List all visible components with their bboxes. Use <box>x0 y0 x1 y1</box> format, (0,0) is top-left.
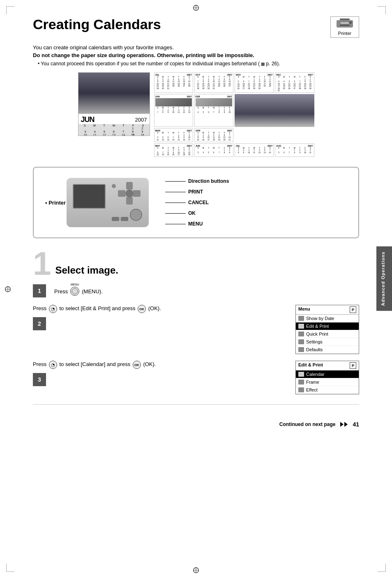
dpad-down[interactable] <box>126 197 133 205</box>
step1-sub2-content-wrap: Press ◔ to select [Edit & Print] and pre… <box>33 305 287 330</box>
ok-icon[interactable]: OK <box>138 305 146 313</box>
menu-item-editprint[interactable]: Edit & Print <box>296 322 359 330</box>
dpad-container <box>118 182 141 205</box>
cal-small-may: MAY2007 SMTWTFS 12345 6789101112 1314151… <box>154 143 193 157</box>
sidebar-label: Advanced Operations <box>376 246 392 311</box>
arrow-1 <box>340 422 344 427</box>
step1-sub2-badge: 2 <box>33 317 46 330</box>
step1-sub2: Press ◔ to select [Edit & Print] and pre… <box>33 305 359 354</box>
menu-title-2: Edit & Print <box>298 362 323 369</box>
reg-mark-left <box>4 286 12 293</box>
btn-cancel[interactable] <box>112 217 119 221</box>
edit-icon <box>298 324 304 329</box>
cal-small-feb: FEB2007 SMTWTFS 123 45678910 <box>194 94 233 127</box>
label-menu-text: MENU <box>188 221 203 227</box>
step1-sub3-text: Press ◔ to select [Calendar] and press O… <box>33 361 287 369</box>
step1-number: 1 <box>33 250 51 278</box>
cal-small-nov: NOV2007 SMTWTFS 1234 567891011 121314151… <box>235 72 274 93</box>
menu-button-icon[interactable] <box>70 287 79 296</box>
calendar-select-text: to select [Calendar] and press <box>59 361 131 367</box>
line-ok <box>165 213 186 214</box>
line-cancel <box>165 203 186 203</box>
print-icon <box>298 332 304 336</box>
label-menu: MENU <box>165 221 350 227</box>
page: Advanced Operations Creating Calendars P… <box>0 0 392 578</box>
intro-bold: Do not change the paper size during oper… <box>33 52 359 58</box>
calendar-main: JUN 2007 S M T W T F S 12 3456789 101112… <box>78 72 150 136</box>
menu-button-wrap: MENU <box>69 287 80 296</box>
menu-superscript: MENU <box>71 283 79 286</box>
device-labels-container: Direction buttons PRINT CANCEL OK MENU <box>165 178 350 227</box>
continued-text: Continued on next page <box>279 421 336 427</box>
menu-item-effect[interactable]: Effect <box>296 386 359 394</box>
line-print <box>165 192 186 192</box>
calendar-year: 2007 <box>135 117 147 123</box>
menu-item-quickprint[interactable]: Quick Print <box>296 330 359 338</box>
footer-divider <box>33 404 359 405</box>
label-cancel-text: CANCEL <box>188 200 209 205</box>
menu-screenshot-1: Menu P Show by Date Edit & Print Quick P… <box>295 305 359 354</box>
dpad-right[interactable] <box>133 190 141 197</box>
frame-menu-icon <box>298 380 304 385</box>
cal-small-jan: JAN2007 SMTWTFS 123456 78910111213 <box>154 94 193 127</box>
cal-small-mar: MAR2007 SMTWTFS 123 45678910 11121314151… <box>154 128 193 142</box>
svg-rect-15 <box>341 23 349 23</box>
calendar-main-header: JUN 2007 <box>78 114 150 124</box>
page-number: 41 <box>353 421 359 428</box>
reg-mark-top <box>192 4 200 12</box>
power-button[interactable] <box>112 184 116 188</box>
cal-apr-spacer <box>235 128 314 142</box>
reg-mark-bottom <box>192 566 200 574</box>
menu-item-defaults[interactable]: Defaults <box>296 346 359 354</box>
step1-container: 1 Select image. 1 Press MENU <box>33 250 359 394</box>
step1-sub3-content-wrap: Press ◔ to select [Calendar] and press O… <box>33 361 287 386</box>
cal-menu-icon <box>298 372 304 377</box>
device-image-container <box>67 176 153 229</box>
svg-rect-12 <box>340 18 350 20</box>
label-direction-text: Direction buttons <box>188 178 229 184</box>
cal-small-apr: APR2007 SMTWTFS 1234567 891011121314 151… <box>194 128 233 142</box>
intro-ref-text: p. 26). <box>266 61 280 67</box>
ok-text-2: (OK). <box>143 361 156 367</box>
printer-label: Printer <box>338 31 351 36</box>
device-printer-label: • Printer <box>45 200 66 206</box>
corner-mark-br <box>378 564 386 572</box>
cal-jan-image <box>155 98 192 106</box>
menu-p-icon-2: P <box>350 362 356 369</box>
svg-point-16 <box>349 21 352 24</box>
dpad-left[interactable] <box>118 190 125 197</box>
intro-bullet: • You cannot proceed this operation if y… <box>33 61 359 67</box>
intro-ref-icon: ▩ <box>261 62 265 66</box>
dial-icon[interactable]: ◔ <box>49 305 57 313</box>
printer-svg-icon <box>335 18 355 31</box>
ok-icon-2[interactable]: OK <box>133 361 141 369</box>
cal-center-image <box>235 94 314 127</box>
menu-item-settings[interactable]: Settings <box>296 338 359 346</box>
device-box: • Printer <box>33 167 359 238</box>
cal-small-jun2: JUN2007 SMTWTFS 12 3456789 <box>194 143 233 157</box>
step1-sub3: Press ◔ to select [Calendar] and press O… <box>33 361 359 394</box>
menu-item-calendar[interactable]: Calendar <box>296 371 359 378</box>
step1-title: Select image. <box>55 265 118 278</box>
cal-small-oct: OCT2007 SMTWTFS 123456 78910111213 14151… <box>194 72 233 93</box>
dial-icon-2[interactable]: ◔ <box>49 361 57 369</box>
header-section: Creating Calendars Printer <box>33 16 359 38</box>
device-body <box>67 178 149 227</box>
step1-sub2-text: Press ◔ to select [Edit & Print] and pre… <box>33 305 287 313</box>
menu-item-frame[interactable]: Frame <box>296 378 359 386</box>
calendar-images-section: JUN 2007 S M T W T F S 12 3456789 101112… <box>33 72 359 157</box>
calendar-days-header: S M T W T F S <box>78 124 150 127</box>
corner-mark-tr <box>378 6 386 14</box>
calendar-icon <box>298 316 304 321</box>
svg-rect-14 <box>340 25 350 26</box>
menu-item-showbydate[interactable]: Show by Date <box>296 315 359 322</box>
menu-title-1: Menu <box>298 306 310 313</box>
press3-text: Press <box>33 361 48 367</box>
press-text: Press <box>54 288 68 295</box>
page-title: Creating Calendars <box>33 16 161 32</box>
cal-small-aug: AUG2007 SMTWTFS 1234 567891011 <box>275 143 314 157</box>
dpad-up[interactable] <box>126 182 133 189</box>
btn-ok[interactable] <box>121 217 128 221</box>
label-ok-text: OK <box>188 210 196 216</box>
scroll-wheel[interactable] <box>130 209 142 221</box>
